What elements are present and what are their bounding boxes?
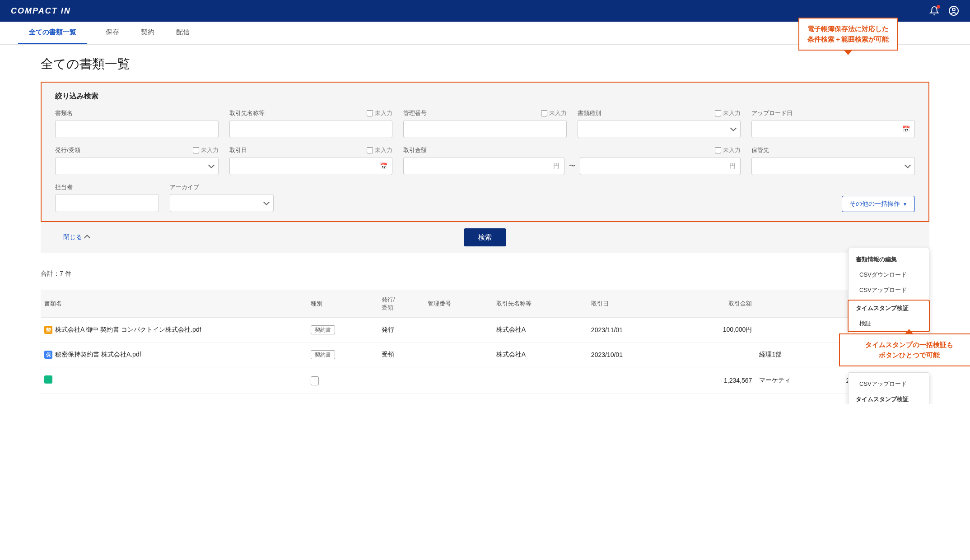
field-person: 担当者 [55,183,159,212]
cell-mgmt [424,342,493,367]
table-row[interactable]: 1,234,567 マーケティ 2023/10/16 [41,367,929,393]
chevron-down-icon [208,162,215,168]
menu-section-edit: 書類情報の編集 [849,252,929,267]
cell-mgmt [424,318,493,342]
chevron-down-icon [730,125,737,131]
th-mgmt[interactable]: 管理番号 [424,290,493,318]
cell-amount: 1,234,567 [674,367,755,393]
mgmt-not-entered-checkbox[interactable]: 未入力 [541,109,567,117]
doc-name-input[interactable] [55,120,219,138]
filter-search-panel: 絞り込み検索 書類名 取引先名称等未入力 管理番号未入力 書類種別未入力 アップ… [41,82,929,222]
cell-doc-name: 株式会社A 御中 契約書 コンパクトイン株式会社.pdf [55,326,201,333]
filter-title: 絞り込み検索 [55,92,915,101]
account-button[interactable] [948,5,959,16]
th-partner[interactable]: 取引先名称等 [493,290,588,318]
menu-item-csv-download[interactable]: CSVダウンロード [849,267,929,282]
partner-input[interactable] [229,120,393,138]
storage-select[interactable] [751,157,915,175]
cell-type-tag: 契約書 [311,325,335,334]
menu-item-csv-upload[interactable]: CSVアップロード [849,282,929,298]
filter-footer: 閉じる 検索 [41,222,929,253]
field-partner: 取引先名称等未入力 [229,109,393,138]
search-button[interactable]: 検索 [464,228,506,246]
th-dept [755,290,842,318]
svg-point-1 [952,8,955,11]
cell-issue [378,367,424,393]
tab-all-documents[interactable]: 全ての書類一覧 [18,22,87,44]
cell-issue: 発行 [378,318,424,342]
bulk-actions-button[interactable]: その他の一括操作 ▼ [842,196,915,212]
calendar-icon: 📅 [380,162,387,170]
issue-not-entered-checkbox[interactable]: 未入力 [193,146,219,154]
doc-type-select[interactable] [578,120,741,138]
bulk-actions-menu: 書類情報の編集 CSVダウンロード CSVアップロード タイムスタンプ検証 検証 [848,248,929,338]
menu-section-timestamp-2: タイムスタンプ検証 [849,392,929,404]
amount-not-entered-checkbox[interactable]: 未入力 [715,146,741,154]
issue-receive-select[interactable] [55,157,219,175]
cell-date: 2023/10/01 [588,342,674,367]
user-circle-icon [948,5,959,16]
chevron-down-icon [905,162,911,168]
app-logo: COMPACT IN [11,6,71,16]
th-amount[interactable]: 取引金額 [674,290,755,318]
field-issue-receive: 発行/受領未入力 [55,146,219,175]
cell-issue: 受領 [378,342,424,367]
doctype-not-entered-checkbox[interactable]: 未入力 [715,109,741,117]
tab-save[interactable]: 保存 [95,22,130,44]
partner-not-entered-checkbox[interactable]: 未入力 [367,109,392,117]
menu-item-verify[interactable]: 検証 [849,316,929,331]
field-storage: 保管先 [751,146,915,175]
notification-dot [937,5,940,9]
chevron-up-icon [84,235,90,241]
results-total: 合計：7 件 [41,270,71,278]
th-issue[interactable]: 発行/ 受領 [378,290,424,318]
th-type[interactable]: 種別 [307,290,378,318]
amount-to-input[interactable]: 円 [580,157,741,175]
menu-item-csv-upload-2[interactable]: CSVアップロード [849,376,929,392]
type-badge [44,375,52,384]
type-badge: 保 [44,351,52,359]
annotation-callout-search: 電子帳簿保存法に対応した 条件検索＋範囲検索が可能 [798,18,898,51]
cell-amount [674,342,755,367]
notification-button[interactable] [929,6,939,16]
upload-date-input[interactable]: 📅 [751,120,915,138]
mgmt-no-input[interactable] [403,120,567,138]
field-archive: アーカイブ [170,183,274,212]
trans-date-input[interactable]: 📅 [229,157,393,175]
annotation-callout-verify: タイムスタンプの一括検証も ボタンひとつで可能 [839,333,970,366]
tab-delivery[interactable]: 配信 [165,22,201,44]
transdate-not-entered-checkbox[interactable]: 未入力 [367,146,392,154]
table-row[interactable]: 契株式会社A 御中 契約書 コンパクトイン株式会社.pdf 契約書 発行 株式会… [41,318,929,342]
cell-type-tag: 契約書 [311,350,335,359]
cell-date [588,367,674,393]
tab-divider [91,28,91,37]
menu-section-timestamp: タイムスタンプ検証 [849,301,929,316]
cell-partner: 株式会社A [493,342,588,367]
table-row[interactable]: 保秘密保持契約書 株式会社A.pdf 契約書 受領 株式会社A 2023/10/… [41,342,929,367]
table-header-row: 書類名 種別 発行/ 受領 管理番号 取引先名称等 取引日 取引金額 [41,290,929,318]
cell-partner [493,367,588,393]
field-doc-name: 書類名 [55,109,219,138]
bulk-actions-menu-repeat: CSVアップロード タイムスタンプ検証 検証 [848,372,929,404]
cell-dept [755,318,842,342]
amount-from-input[interactable]: 円 [403,157,564,175]
cell-doc-name: 秘密保持契約書 株式会社A.pdf [55,351,141,358]
field-doc-type: 書類種別未入力 [578,109,741,138]
cell-date: 2023/11/01 [588,318,674,342]
page-title: 全ての書類一覧 [41,56,929,73]
cell-type-tag [311,376,319,385]
cell-partner: 株式会社A [493,318,588,342]
field-upload-date: アップロード日 📅 [751,109,915,138]
tab-contract[interactable]: 契約 [130,22,165,44]
close-filter-link[interactable]: 閉じる [63,233,89,241]
cell-mgmt [424,367,493,393]
chevron-down-icon [263,199,270,205]
cell-dept: マーケティ [755,367,842,393]
field-mgmt-no: 管理番号未入力 [403,109,567,138]
archive-select[interactable] [170,194,274,212]
th-doc-name[interactable]: 書類名 [41,290,307,318]
range-separator: 〜 [569,162,575,170]
th-date[interactable]: 取引日 [588,290,674,318]
type-badge: 契 [44,326,52,334]
person-input[interactable] [55,194,159,212]
